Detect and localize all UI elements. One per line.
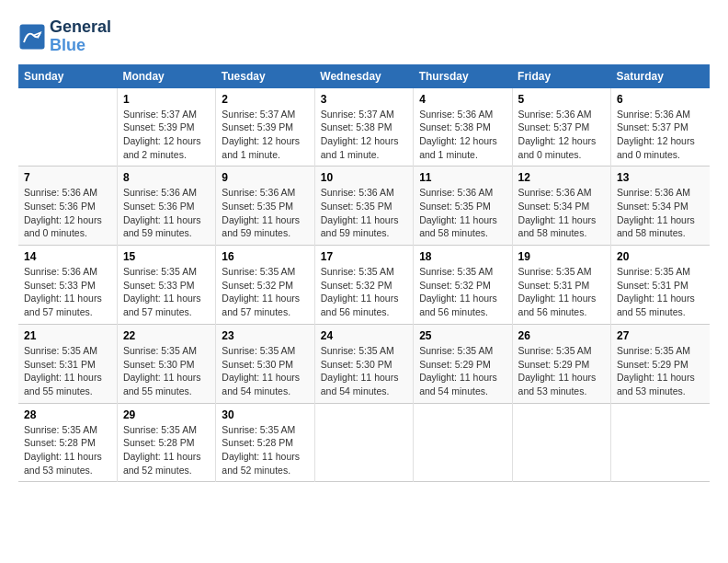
calendar-cell: 9Sunrise: 5:36 AMSunset: 5:35 PMDaylight… (216, 167, 314, 246)
day-number: 11 (419, 171, 506, 184)
calendar-week-1: 1Sunrise: 5:37 AMSunset: 5:39 PMDaylight… (18, 88, 710, 167)
calendar-cell: 28Sunrise: 5:35 AMSunset: 5:28 PMDayligh… (18, 403, 117, 482)
calendar-cell: 5Sunrise: 5:36 AMSunset: 5:37 PMDaylight… (512, 88, 610, 167)
day-number: 20 (617, 250, 704, 263)
column-header-friday: Friday (512, 64, 610, 88)
calendar-cell: 17Sunrise: 5:35 AMSunset: 5:32 PMDayligh… (314, 246, 413, 325)
day-number: 21 (24, 329, 111, 342)
day-info: Sunrise: 5:35 AMSunset: 5:30 PMDaylight:… (222, 344, 308, 398)
column-header-tuesday: Tuesday (216, 64, 314, 88)
day-number: 4 (419, 93, 506, 106)
day-info: Sunrise: 5:36 AMSunset: 5:33 PMDaylight:… (24, 265, 111, 319)
day-number: 29 (123, 408, 210, 421)
day-info: Sunrise: 5:35 AMSunset: 5:32 PMDaylight:… (222, 265, 308, 319)
day-info: Sunrise: 5:35 AMSunset: 5:30 PMDaylight:… (321, 344, 407, 398)
header-row: SundayMondayTuesdayWednesdayThursdayFrid… (18, 64, 710, 88)
day-number: 28 (24, 408, 111, 421)
calendar-cell: 3Sunrise: 5:37 AMSunset: 5:38 PMDaylight… (314, 88, 413, 167)
day-number: 13 (617, 171, 704, 184)
day-number: 22 (123, 329, 210, 342)
calendar-cell: 25Sunrise: 5:35 AMSunset: 5:29 PMDayligh… (414, 324, 512, 403)
day-number: 10 (321, 171, 407, 184)
day-info: Sunrise: 5:36 AMSunset: 5:35 PMDaylight:… (419, 186, 506, 240)
calendar-cell: 4Sunrise: 5:36 AMSunset: 5:38 PMDaylight… (414, 88, 512, 167)
day-info: Sunrise: 5:35 AMSunset: 5:28 PMDaylight:… (24, 423, 111, 477)
column-header-wednesday: Wednesday (314, 64, 413, 88)
day-info: Sunrise: 5:36 AMSunset: 5:37 PMDaylight:… (518, 108, 605, 162)
day-info: Sunrise: 5:36 AMSunset: 5:34 PMDaylight:… (518, 186, 605, 240)
calendar-cell: 1Sunrise: 5:37 AMSunset: 5:39 PMDaylight… (117, 88, 215, 167)
calendar-cell (611, 403, 710, 482)
calendar-cell: 13Sunrise: 5:36 AMSunset: 5:34 PMDayligh… (611, 167, 710, 246)
calendar-cell: 23Sunrise: 5:35 AMSunset: 5:30 PMDayligh… (216, 324, 314, 403)
column-header-thursday: Thursday (414, 64, 512, 88)
day-number: 17 (321, 250, 407, 263)
calendar-week-3: 14Sunrise: 5:36 AMSunset: 5:33 PMDayligh… (18, 246, 710, 325)
logo-icon (18, 23, 46, 51)
day-info: Sunrise: 5:35 AMSunset: 5:32 PMDaylight:… (419, 265, 506, 319)
calendar-cell: 16Sunrise: 5:35 AMSunset: 5:32 PMDayligh… (216, 246, 314, 325)
day-info: Sunrise: 5:37 AMSunset: 5:39 PMDaylight:… (123, 108, 210, 162)
logo: General Blue (18, 18, 111, 55)
calendar-cell: 27Sunrise: 5:35 AMSunset: 5:29 PMDayligh… (611, 324, 710, 403)
day-info: Sunrise: 5:35 AMSunset: 5:31 PMDaylight:… (617, 265, 704, 319)
day-number: 6 (617, 93, 704, 106)
calendar-cell (314, 403, 413, 482)
calendar-cell: 11Sunrise: 5:36 AMSunset: 5:35 PMDayligh… (414, 167, 512, 246)
day-number: 9 (222, 171, 308, 184)
column-header-sunday: Sunday (18, 64, 117, 88)
calendar-cell (512, 403, 610, 482)
day-info: Sunrise: 5:35 AMSunset: 5:29 PMDaylight:… (419, 344, 506, 398)
logo-text: General Blue (50, 18, 111, 55)
day-info: Sunrise: 5:35 AMSunset: 5:33 PMDaylight:… (123, 265, 210, 319)
calendar-cell: 21Sunrise: 5:35 AMSunset: 5:31 PMDayligh… (18, 324, 117, 403)
day-number: 30 (222, 408, 308, 421)
day-number: 14 (24, 250, 111, 263)
day-number: 25 (419, 329, 506, 342)
calendar-table: SundayMondayTuesdayWednesdayThursdayFrid… (18, 64, 710, 483)
day-info: Sunrise: 5:36 AMSunset: 5:37 PMDaylight:… (617, 108, 704, 162)
day-info: Sunrise: 5:37 AMSunset: 5:39 PMDaylight:… (222, 108, 308, 162)
day-number: 8 (123, 171, 210, 184)
column-header-monday: Monday (117, 64, 215, 88)
calendar-cell: 15Sunrise: 5:35 AMSunset: 5:33 PMDayligh… (117, 246, 215, 325)
day-number: 18 (419, 250, 506, 263)
calendar-cell (18, 88, 117, 167)
day-info: Sunrise: 5:35 AMSunset: 5:32 PMDaylight:… (321, 265, 407, 319)
day-info: Sunrise: 5:37 AMSunset: 5:38 PMDaylight:… (321, 108, 407, 162)
calendar-cell: 19Sunrise: 5:35 AMSunset: 5:31 PMDayligh… (512, 246, 610, 325)
day-info: Sunrise: 5:36 AMSunset: 5:34 PMDaylight:… (617, 186, 704, 240)
day-info: Sunrise: 5:35 AMSunset: 5:31 PMDaylight:… (24, 344, 111, 398)
day-info: Sunrise: 5:36 AMSunset: 5:36 PMDaylight:… (24, 186, 111, 240)
calendar-week-2: 7Sunrise: 5:36 AMSunset: 5:36 PMDaylight… (18, 167, 710, 246)
day-info: Sunrise: 5:36 AMSunset: 5:36 PMDaylight:… (123, 186, 210, 240)
calendar-cell: 20Sunrise: 5:35 AMSunset: 5:31 PMDayligh… (611, 246, 710, 325)
column-header-saturday: Saturday (611, 64, 710, 88)
calendar-cell: 26Sunrise: 5:35 AMSunset: 5:29 PMDayligh… (512, 324, 610, 403)
page-header: General Blue (18, 18, 710, 55)
day-info: Sunrise: 5:36 AMSunset: 5:35 PMDaylight:… (321, 186, 407, 240)
day-number: 1 (123, 93, 210, 106)
day-number: 12 (518, 171, 605, 184)
calendar-cell: 22Sunrise: 5:35 AMSunset: 5:30 PMDayligh… (117, 324, 215, 403)
day-info: Sunrise: 5:35 AMSunset: 5:28 PMDaylight:… (123, 423, 210, 477)
day-info: Sunrise: 5:35 AMSunset: 5:28 PMDaylight:… (222, 423, 308, 477)
day-number: 19 (518, 250, 605, 263)
calendar-cell: 12Sunrise: 5:36 AMSunset: 5:34 PMDayligh… (512, 167, 610, 246)
calendar-cell: 24Sunrise: 5:35 AMSunset: 5:30 PMDayligh… (314, 324, 413, 403)
calendar-cell: 8Sunrise: 5:36 AMSunset: 5:36 PMDaylight… (117, 167, 215, 246)
calendar-cell: 2Sunrise: 5:37 AMSunset: 5:39 PMDaylight… (216, 88, 314, 167)
day-info: Sunrise: 5:35 AMSunset: 5:29 PMDaylight:… (617, 344, 704, 398)
calendar-cell: 6Sunrise: 5:36 AMSunset: 5:37 PMDaylight… (611, 88, 710, 167)
day-number: 3 (321, 93, 407, 106)
day-number: 24 (321, 329, 407, 342)
day-number: 2 (222, 93, 308, 106)
day-info: Sunrise: 5:35 AMSunset: 5:29 PMDaylight:… (518, 344, 605, 398)
day-number: 15 (123, 250, 210, 263)
day-number: 27 (617, 329, 704, 342)
day-number: 23 (222, 329, 308, 342)
day-number: 16 (222, 250, 308, 263)
calendar-cell: 30Sunrise: 5:35 AMSunset: 5:28 PMDayligh… (216, 403, 314, 482)
calendar-cell (414, 403, 512, 482)
calendar-cell: 18Sunrise: 5:35 AMSunset: 5:32 PMDayligh… (414, 246, 512, 325)
